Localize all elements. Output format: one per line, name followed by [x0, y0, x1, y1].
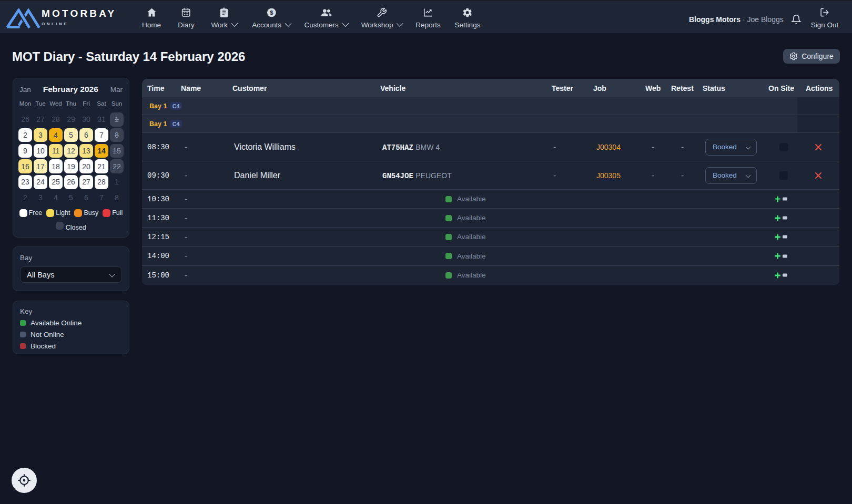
svg-text:$: $ [270, 9, 273, 15]
